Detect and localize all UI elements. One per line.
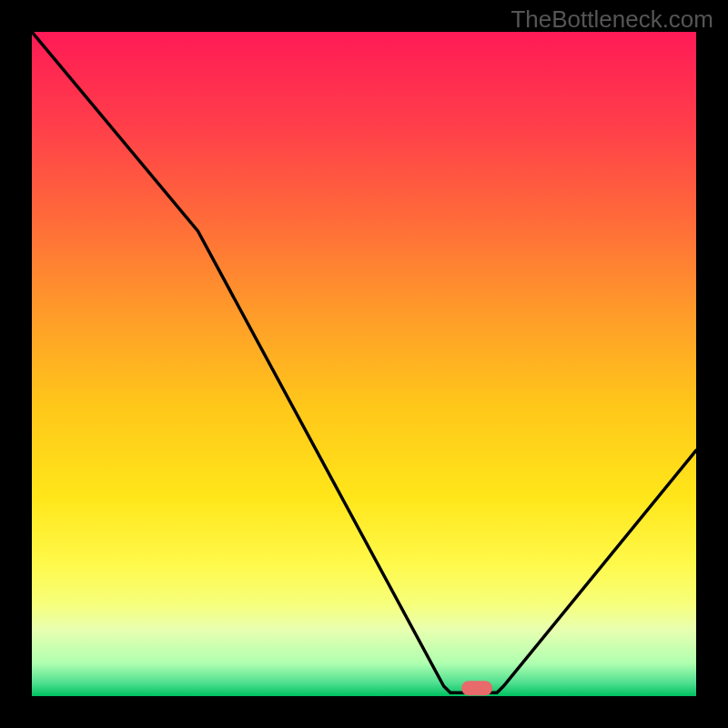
watermark-text: TheBottleneck.com xyxy=(511,5,713,34)
chart-frame xyxy=(32,32,696,696)
chart-canvas xyxy=(32,32,696,696)
gradient-background xyxy=(32,32,696,696)
optimal-marker xyxy=(461,681,492,695)
